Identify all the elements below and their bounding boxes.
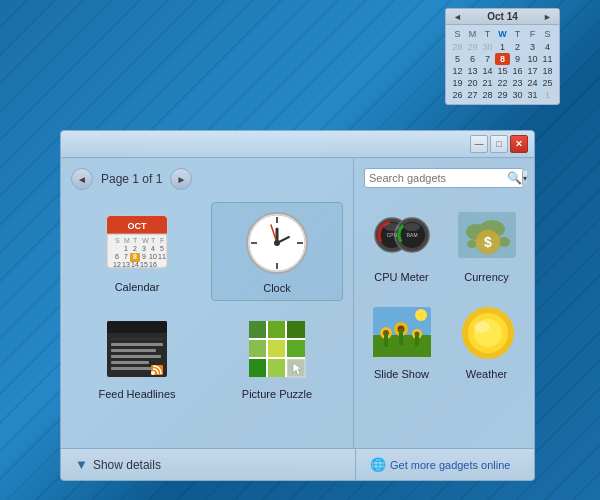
svg-text:13: 13 <box>122 261 130 268</box>
svg-text:2: 2 <box>133 245 137 252</box>
calendar-week-3: 12 13 14 15 16 17 18 <box>450 65 555 77</box>
nav-prev-button[interactable]: ◄ <box>71 168 93 190</box>
cal-day[interactable]: 19 <box>450 77 465 89</box>
cal-day[interactable]: 4 <box>540 41 555 53</box>
cal-day[interactable]: 6 <box>465 53 480 65</box>
cal-day[interactable]: 3 <box>525 41 540 53</box>
slideshow-gadget-icon <box>371 301 433 363</box>
search-box[interactable]: 🔍 ▾ <box>364 168 524 188</box>
svg-rect-41 <box>111 343 163 346</box>
calendar-next-button[interactable]: ► <box>541 12 554 22</box>
gadget-gallery-window: — □ ✕ ◄ Page 1 of 1 ► <box>60 130 535 481</box>
left-panel: ◄ Page 1 of 1 ► OCT <box>61 158 354 448</box>
svg-point-37 <box>274 240 280 246</box>
cal-day[interactable]: 17 <box>525 65 540 77</box>
gadget-item-calendar[interactable]: OCT S M T W T F 1 2 3 <box>71 202 203 301</box>
svg-text:M: M <box>124 237 130 244</box>
cal-day[interactable]: 29 <box>495 89 510 101</box>
cal-day[interactable]: 29 <box>465 41 480 53</box>
get-more-gadgets-button[interactable]: 🌐 Get more gadgets online <box>356 449 534 480</box>
gadget-grid-right: CPU RAM CPU Meter <box>364 200 524 384</box>
svg-rect-48 <box>249 321 267 339</box>
gadget-item-slideshow[interactable]: Slide Show <box>364 297 439 384</box>
svg-point-74 <box>467 240 477 248</box>
get-more-gadgets-link[interactable]: 🌐 Get more gadgets online <box>370 457 510 472</box>
close-button[interactable]: ✕ <box>510 135 528 153</box>
cpumeter-gadget-icon: CPU RAM <box>371 204 433 266</box>
svg-text:11: 11 <box>158 253 166 260</box>
dow-sat: S <box>540 28 555 40</box>
svg-rect-51 <box>249 340 267 358</box>
gadget-item-feedheadlines[interactable]: Feed Headlines <box>71 309 203 406</box>
cal-day[interactable]: 1 <box>495 41 510 53</box>
cal-day[interactable]: 15 <box>495 65 510 77</box>
svg-rect-54 <box>249 359 267 377</box>
search-input[interactable] <box>369 172 507 184</box>
gadget-item-clock[interactable]: Clock <box>211 202 343 301</box>
gadget-label-cpumeter: CPU Meter <box>374 271 428 283</box>
svg-text:T: T <box>133 237 138 244</box>
maximize-button[interactable]: □ <box>490 135 508 153</box>
cal-day[interactable]: 5 <box>450 53 465 65</box>
cal-day[interactable]: 23 <box>510 77 525 89</box>
svg-point-93 <box>474 321 490 333</box>
nav-next-button[interactable]: ► <box>170 168 192 190</box>
gadget-label-weather: Weather <box>466 368 507 380</box>
right-panel: 🔍 ▾ <box>354 158 534 448</box>
svg-text:5: 5 <box>160 245 164 252</box>
cal-day[interactable]: 9 <box>510 53 525 65</box>
gadget-item-cpumeter[interactable]: CPU RAM CPU Meter <box>364 200 439 287</box>
weather-gadget-icon <box>456 301 518 363</box>
svg-text:6: 6 <box>115 253 119 260</box>
svg-rect-85 <box>399 329 403 345</box>
svg-text:4: 4 <box>151 245 155 252</box>
cal-day[interactable]: 16 <box>510 65 525 77</box>
cal-day[interactable]: 27 <box>465 89 480 101</box>
cal-day[interactable]: 30 <box>480 41 495 53</box>
cal-day[interactable]: 18 <box>540 65 555 77</box>
svg-text:RAM: RAM <box>406 232 417 238</box>
calendar-gadget-icon: OCT S M T W T F 1 2 3 <box>103 208 171 276</box>
cal-day[interactable]: 26 <box>450 89 465 101</box>
cal-day[interactable]: 20 <box>465 77 480 89</box>
cal-day[interactable]: 11 <box>540 53 555 65</box>
cal-day[interactable]: 28 <box>480 89 495 101</box>
gallery-footer: ▼ Show details 🌐 Get more gadgets online <box>61 448 534 480</box>
dow-thu: T <box>510 28 525 40</box>
calendar-week-4: 19 20 21 22 23 24 25 <box>450 77 555 89</box>
cal-day[interactable]: 21 <box>480 77 495 89</box>
dow-sun: S <box>450 28 465 40</box>
gadget-label-feedheadlines: Feed Headlines <box>98 388 175 400</box>
cal-day[interactable]: 2 <box>510 41 525 53</box>
show-details-button[interactable]: ▼ Show details <box>61 449 356 480</box>
cal-day[interactable]: 24 <box>525 77 540 89</box>
calendar-dow-row: S M T W T F S <box>450 28 555 40</box>
cal-day[interactable]: 12 <box>450 65 465 77</box>
title-bar: — □ ✕ <box>61 131 534 158</box>
clock-gadget-icon <box>243 209 311 277</box>
gadget-label-calendar: Calendar <box>115 281 160 293</box>
cal-day-today[interactable]: 8 <box>495 53 510 65</box>
gadget-item-picturepuzzle[interactable]: Picture Puzzle <box>211 309 343 406</box>
minimize-button[interactable]: — <box>470 135 488 153</box>
cal-day[interactable]: 25 <box>540 77 555 89</box>
svg-text:8: 8 <box>133 253 137 260</box>
cal-day[interactable]: 14 <box>480 65 495 77</box>
get-more-gadgets-label: Get more gadgets online <box>390 459 510 471</box>
search-dropdown-button[interactable]: ▾ <box>522 171 527 185</box>
svg-text:CPU: CPU <box>386 232 397 238</box>
gadget-item-weather[interactable]: Weather <box>449 297 524 384</box>
cal-day[interactable]: 1 <box>540 89 555 101</box>
svg-text:14: 14 <box>131 261 139 268</box>
cal-day[interactable]: 31 <box>525 89 540 101</box>
cal-day[interactable]: 13 <box>465 65 480 77</box>
cal-day[interactable]: 10 <box>525 53 540 65</box>
cal-day[interactable]: 28 <box>450 41 465 53</box>
svg-point-47 <box>151 371 155 375</box>
svg-text:T: T <box>151 237 156 244</box>
cal-day[interactable]: 22 <box>495 77 510 89</box>
calendar-prev-button[interactable]: ◄ <box>451 12 464 22</box>
gadget-item-currency[interactable]: $ Currency <box>449 200 524 287</box>
cal-day[interactable]: 30 <box>510 89 525 101</box>
cal-day[interactable]: 7 <box>480 53 495 65</box>
